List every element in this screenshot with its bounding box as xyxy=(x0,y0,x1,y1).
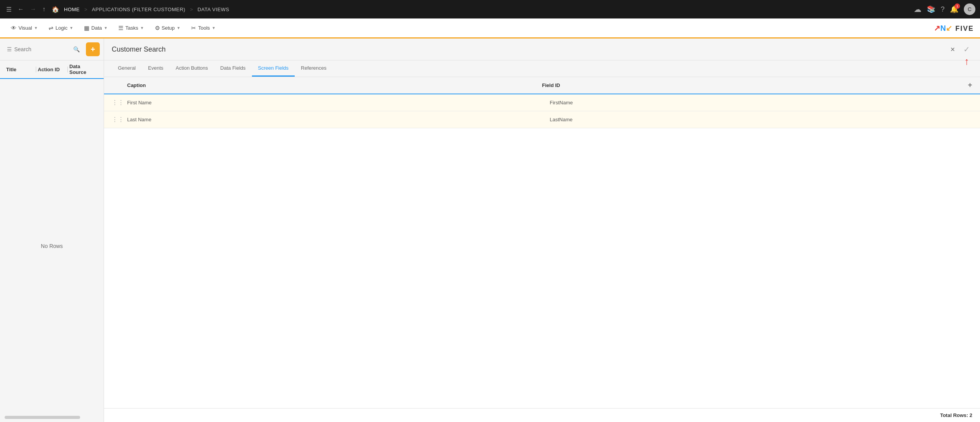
setup-arrow: ▼ xyxy=(177,26,181,30)
data-icon: ▦ xyxy=(84,25,89,32)
notification-icon[interactable]: 🔔 1 xyxy=(950,5,958,13)
tab-data-fields[interactable]: Data Fields xyxy=(214,60,252,77)
toolbar-data-label: Data xyxy=(91,25,102,31)
tasks-icon: ☰ xyxy=(118,25,123,32)
hamburger-icon[interactable]: ☰ xyxy=(5,4,13,15)
close-button[interactable]: × xyxy=(948,44,957,55)
visual-icon: 👁 xyxy=(11,25,17,31)
right-table-header: Caption Field ID + xyxy=(104,77,980,94)
drag-handle-2[interactable]: ⋮⋮ xyxy=(112,116,127,123)
tasks-arrow: ▼ xyxy=(140,26,144,30)
setup-icon: ⚙ xyxy=(155,25,160,32)
visual-arrow: ▼ xyxy=(34,26,38,30)
confirm-button[interactable]: ✓ xyxy=(961,44,972,55)
breadcrumb-dataviews[interactable]: DATA VIEWS xyxy=(198,7,230,12)
toolbar-visual[interactable]: 👁 Visual ▼ xyxy=(6,22,42,33)
col-title: Title xyxy=(5,67,36,72)
home-icon[interactable]: 🏠 xyxy=(50,4,61,15)
caption-col-header: Caption xyxy=(127,82,542,88)
toolbar-tools-label: Tools xyxy=(198,25,210,31)
search-input[interactable] xyxy=(14,46,71,52)
table-row[interactable]: ⋮⋮ First Name FirstName xyxy=(104,94,980,111)
tabs: General Events Action Buttons Data Field… xyxy=(104,60,980,77)
up-icon[interactable]: ↑ xyxy=(41,4,47,14)
search-icon: 🔍 xyxy=(73,46,80,52)
col-action-id: Action ID xyxy=(36,67,68,72)
left-panel: ☰ 🔍 + Title Action ID Data Source No Row… xyxy=(0,39,104,422)
toolbar-tools[interactable]: ✂ Tools ▼ xyxy=(186,22,220,34)
breadcrumb-home[interactable]: HOME xyxy=(64,7,80,12)
right-panel-header: Customer Search × ✓ xyxy=(104,39,980,60)
left-table-header: Title Action ID Data Source xyxy=(0,60,104,79)
fieldid-col-header: Field ID xyxy=(542,82,957,88)
logic-arrow: ▼ xyxy=(69,26,73,30)
right-panel-title: Customer Search xyxy=(112,45,948,54)
toolbar-visual-label: Visual xyxy=(18,25,32,31)
forward-icon[interactable]: → xyxy=(29,4,38,14)
toolbar-logo: ↗N↙ FIVE xyxy=(934,23,974,33)
breadcrumb-sep2: > xyxy=(190,7,193,12)
horizontal-scrollbar[interactable] xyxy=(5,416,80,419)
tab-references[interactable]: References xyxy=(295,60,332,77)
no-rows-message: No Rows xyxy=(0,79,104,413)
toolbar-data[interactable]: ▦ Data ▼ xyxy=(79,22,112,34)
notification-badge: 1 xyxy=(955,3,960,9)
search-input-wrap: ☰ 🔍 xyxy=(4,45,83,54)
caption-cell-1: First Name xyxy=(127,100,550,106)
data-arrow: ▼ xyxy=(104,26,108,30)
toolbar-tasks-label: Tasks xyxy=(125,25,138,31)
search-bar: ☰ 🔍 + xyxy=(0,39,104,60)
avatar[interactable]: C xyxy=(964,3,975,15)
logo-text: FIVE xyxy=(955,25,974,32)
total-rows-label: Total Rows: 2 xyxy=(940,412,972,418)
right-footer: Total Rows: 2 xyxy=(104,408,980,422)
toolbar: 👁 Visual ▼ ⇌ Logic ▼ ▦ Data ▼ ☰ Tasks ▼ … xyxy=(0,18,980,39)
tab-screen-fields[interactable]: Screen Fields xyxy=(252,60,295,77)
back-icon[interactable]: ← xyxy=(16,4,25,14)
right-panel-actions: × ✓ xyxy=(948,44,972,55)
scrollbar-area xyxy=(0,413,104,422)
toolbar-logic-label: Logic xyxy=(55,25,67,31)
topbar-right: ☁ 📚 ? 🔔 1 C xyxy=(914,3,975,15)
toolbar-setup[interactable]: ⚙ Setup ▼ xyxy=(150,22,185,34)
fieldid-cell-1: FirstName xyxy=(550,100,972,106)
add-col-header: + xyxy=(957,81,972,90)
toolbar-logic[interactable]: ⇌ Logic ▼ xyxy=(44,22,78,34)
fieldid-cell-2: LastName xyxy=(550,117,972,122)
add-button[interactable]: + xyxy=(86,42,100,56)
tab-general[interactable]: General xyxy=(112,60,142,77)
tab-events[interactable]: Events xyxy=(142,60,169,77)
drag-handle-1[interactable]: ⋮⋮ xyxy=(112,99,127,106)
logic-icon: ⇌ xyxy=(49,25,54,32)
add-row-button[interactable]: + xyxy=(968,81,972,90)
breadcrumb-applications[interactable]: APPLICATIONS (FILTER CUSTOMER) xyxy=(92,7,186,12)
breadcrumb-sep1: > xyxy=(84,7,87,12)
toolbar-setup-label: Setup xyxy=(162,25,175,31)
right-panel: Customer Search × ✓ ↑ General Events Act… xyxy=(104,39,980,422)
cloud-icon[interactable]: ☁ xyxy=(914,5,921,14)
books-icon[interactable]: 📚 xyxy=(927,5,935,13)
tools-arrow: ▼ xyxy=(212,26,216,30)
table-row[interactable]: ⋮⋮ Last Name LastName xyxy=(104,111,980,128)
right-table: Caption Field ID + ⋮⋮ First Name FirstNa… xyxy=(104,77,980,408)
tools-icon: ✂ xyxy=(191,25,196,32)
caption-cell-2: Last Name xyxy=(127,117,550,122)
topbar: ☰ ← → ↑ 🏠 HOME > APPLICATIONS (FILTER CU… xyxy=(0,0,980,18)
help-icon[interactable]: ? xyxy=(941,5,945,13)
filter-icon[interactable]: ☰ xyxy=(7,46,12,52)
main-content: ☰ 🔍 + Title Action ID Data Source No Row… xyxy=(0,39,980,422)
col-data-source: Data Source xyxy=(68,64,99,75)
tab-action-buttons[interactable]: Action Buttons xyxy=(169,60,214,77)
toolbar-tasks[interactable]: ☰ Tasks ▼ xyxy=(114,22,148,34)
